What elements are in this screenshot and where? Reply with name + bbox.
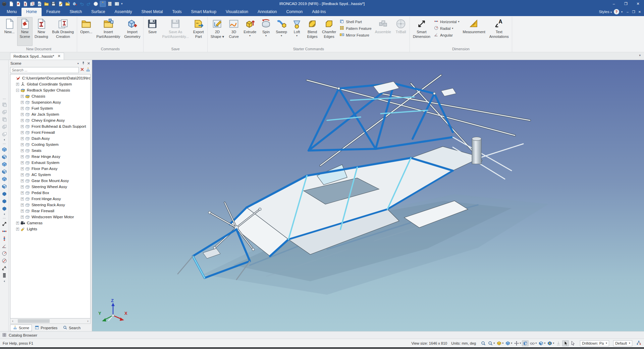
angular-button[interactable]: Angular <box>434 32 460 38</box>
panel-tab-search[interactable]: Search <box>60 325 83 331</box>
export-part-button[interactable]: ExportPart <box>191 17 206 46</box>
tree-expander-icon[interactable]: + <box>21 125 24 128</box>
tree-item-suspension-assy[interactable]: +Suspension Assy <box>10 99 90 105</box>
measurement-button[interactable]: Measurement <box>461 17 487 46</box>
mirror-feature-button[interactable]: Mirror Feature <box>339 32 371 38</box>
tree-expander-icon[interactable]: + <box>21 143 24 146</box>
render-settings-icon[interactable]: ▾ <box>546 340 555 346</box>
shell-part-button[interactable]: Shell Part <box>339 19 371 24</box>
tree-item-floor-pan-assy[interactable]: +Floor Pan Assy <box>10 166 90 172</box>
angular-dimension-tool-icon[interactable] <box>1 243 7 249</box>
viewport-3d[interactable]: Z Y X <box>92 60 644 331</box>
tab-visualization[interactable]: Visualization <box>221 8 253 16</box>
new-document-icon[interactable] <box>8 1 14 7</box>
tree-expander-icon[interactable]: + <box>21 137 24 140</box>
save-as-icon[interactable] <box>57 1 64 7</box>
tree-expander-icon[interactable]: + <box>21 216 24 219</box>
view-cube-4-icon[interactable] <box>1 169 7 175</box>
tab-feature[interactable]: Feature <box>42 8 65 16</box>
display-mode-icon[interactable]: ▾ <box>504 340 513 346</box>
tree-expander-icon[interactable]: + <box>21 155 24 158</box>
tree-item-lights[interactable]: +Lights <box>10 226 90 232</box>
tree-item-global-coordinate-system[interactable]: +Global Coordinate System <box>10 81 90 87</box>
diameter-dimension-tool-icon[interactable] <box>1 258 7 264</box>
insert-part-assembly-button[interactable]: InsertPart/Assembly <box>94 17 122 46</box>
tree-item-front-bulkhead-dash-support[interactable]: +Front Bulkhead & Dash Support <box>10 123 90 129</box>
panel-tab-properties[interactable]: Properties <box>32 325 60 331</box>
scene-search-input[interactable] <box>10 67 79 73</box>
visual-styles-icon[interactable]: ▾ <box>529 340 537 346</box>
tree-item-windscreen-wiper-motor[interactable]: +Windscreen Wiper Motor <box>10 214 90 220</box>
tree-filter-icon[interactable] <box>86 67 91 73</box>
tab-home[interactable]: Home <box>21 8 42 16</box>
move-tool-icon[interactable]: ▾ <box>513 340 522 346</box>
3d-curve-button[interactable]: 3DCurve <box>226 17 241 46</box>
tree-expander-icon[interactable]: + <box>21 119 24 122</box>
select-tool-gray-4-icon[interactable] <box>1 124 7 130</box>
2d-shape-button[interactable]: 2DShape ▾ <box>209 17 226 46</box>
tree-expander-icon[interactable]: + <box>21 95 24 98</box>
tree-item-air-jack-system[interactable]: +Air Jack System <box>10 111 90 117</box>
close-button[interactable]: ✕ <box>632 0 644 7</box>
tree-item-steering-wheel-assy[interactable]: +Steering Wheel Assy <box>10 184 90 190</box>
tab-surface[interactable]: Surface <box>87 8 110 16</box>
help-dropdown-icon[interactable]: ▾ <box>621 10 623 13</box>
tree-expander-icon[interactable]: + <box>21 185 24 188</box>
ribbon-collapse-icon[interactable]: ▾ <box>639 54 641 57</box>
drilldown-dropdown[interactable]: Drilldown: Pa▾ <box>580 340 609 346</box>
view-cube-3-icon[interactable] <box>1 161 7 167</box>
loft-button[interactable]: Loft▾ <box>289 17 305 46</box>
undo-icon[interactable] <box>78 1 85 7</box>
select-tool-gray-5-icon[interactable] <box>1 131 7 137</box>
text-annotations-button[interactable]: ATextAnnotations <box>487 17 511 46</box>
tab-common[interactable]: Common <box>281 8 307 16</box>
open-button[interactable]: Open... <box>78 17 94 46</box>
panel-close-icon[interactable]: ✕ <box>87 61 90 66</box>
new-button[interactable]: New... <box>2 17 17 46</box>
tree-expander-icon[interactable]: + <box>21 161 24 164</box>
open-icon[interactable] <box>43 1 50 7</box>
pattern-feature-button[interactable]: Pattern Feature <box>339 25 371 31</box>
tree-item-cooling-system[interactable]: +Cooling System <box>10 141 90 148</box>
smart-dimension-tool-icon[interactable] <box>1 221 7 227</box>
scene-structure-icon[interactable] <box>636 340 641 346</box>
radial-button[interactable]: Radial▾ <box>434 25 460 31</box>
tree-item-cameras[interactable]: +Cameras <box>10 220 90 226</box>
view-cube-7-icon[interactable] <box>1 191 7 197</box>
restore-button[interactable]: ❐ <box>620 0 632 7</box>
tree-item-fuel-system[interactable]: +Fuel System <box>10 105 90 111</box>
sweep-button[interactable]: Sweep▾ <box>274 17 289 46</box>
new-drawing-icon[interactable] <box>22 1 29 7</box>
tab-smart-markup[interactable]: Smart Markup <box>186 8 221 16</box>
tree-item-steering-rack-assy[interactable]: +Steering Rack Assy <box>10 202 90 208</box>
copy-add-icon[interactable] <box>71 1 78 7</box>
view-cube-5-icon[interactable] <box>1 176 7 182</box>
tree-expander-icon[interactable]: + <box>21 107 24 110</box>
clear-search-icon[interactable] <box>80 67 85 73</box>
pointer-select-icon[interactable] <box>562 340 569 346</box>
camera-views-icon[interactable]: ▾ <box>496 340 504 346</box>
doc-minimize-button[interactable]: – <box>625 10 631 14</box>
tab-assembly[interactable]: Assembly <box>110 8 137 16</box>
doc-close-button[interactable]: ✕ <box>637 10 643 14</box>
shaded-render-icon[interactable] <box>522 340 529 346</box>
tree-expander-icon[interactable]: + <box>21 113 24 116</box>
tab-add-ins[interactable]: Add-Ins <box>307 8 330 16</box>
panel-tab-scene[interactable]: Scene <box>10 325 32 331</box>
catalog-icon[interactable] <box>107 1 113 7</box>
zoom-options-icon[interactable]: ▾ <box>487 340 495 346</box>
tab-sheet-metal[interactable]: Sheet Metal <box>137 8 167 16</box>
bulk-drawing-icon[interactable] <box>29 1 36 7</box>
select-tool-gray-2-icon[interactable] <box>1 109 7 115</box>
spin-button[interactable]: Spin▾ <box>258 17 274 46</box>
save-button[interactable]: Save <box>145 17 160 46</box>
tab-sketch[interactable]: Sketch <box>65 8 87 16</box>
tree-item-chevy-engine-assy[interactable]: +Chevy Engine Assy <box>10 117 90 123</box>
app-logo-icon[interactable] <box>1 1 7 7</box>
vertical-dimension-tool-icon[interactable] <box>1 236 7 242</box>
catalog-browser-bar[interactable]: Catalog Browser <box>0 331 644 339</box>
import-icon[interactable] <box>64 1 71 7</box>
list-options-icon[interactable] <box>114 1 120 7</box>
tree-expander-icon[interactable]: − <box>16 89 19 92</box>
horizontal-button[interactable]: Horizontal▾ <box>434 19 460 24</box>
